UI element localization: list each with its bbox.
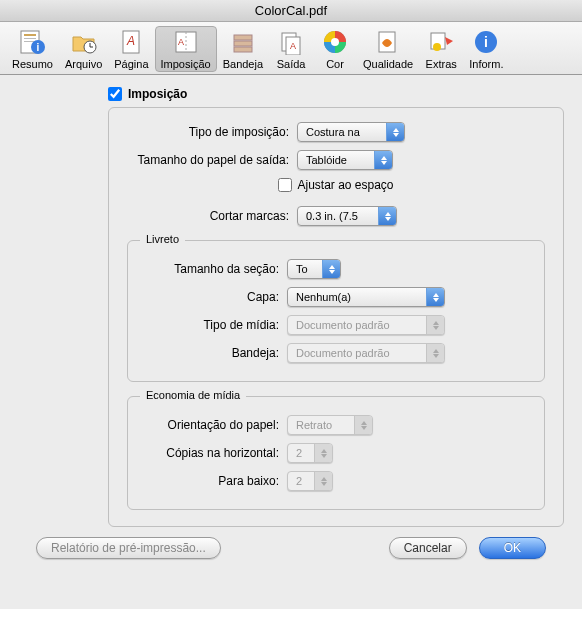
quality-icon xyxy=(372,28,404,56)
content-area: Imposição Tipo de imposição: Costura na … xyxy=(0,75,582,609)
enable-imposition-label: Imposição xyxy=(128,87,187,101)
select-value: Retrato xyxy=(296,419,332,431)
crop-marks-select[interactable]: 0.3 in. (7.5 xyxy=(297,206,397,226)
svg-text:A: A xyxy=(178,37,184,47)
folder-clock-icon xyxy=(68,28,100,56)
tray-select: Documento padrão xyxy=(287,343,445,363)
select-arrows-icon xyxy=(354,416,372,434)
svg-point-21 xyxy=(331,38,339,46)
toolbar-item-inform[interactable]: i Inform. xyxy=(463,26,509,72)
select-arrows-icon xyxy=(386,123,404,141)
select-arrows-icon xyxy=(314,472,332,490)
media-economy-fieldset: Economia de mídia Orientação do papel: R… xyxy=(127,396,545,510)
media-economy-legend: Economia de mídia xyxy=(140,389,246,401)
imposition-type-select[interactable]: Costura na xyxy=(297,122,405,142)
select-value: Documento padrão xyxy=(296,347,390,359)
select-arrows-icon xyxy=(314,444,332,462)
toolbar-label: Resumo xyxy=(12,58,53,70)
svg-rect-2 xyxy=(24,38,36,39)
toolbar-label: Imposição xyxy=(161,58,211,70)
toolbar-label: Qualidade xyxy=(363,58,413,70)
svg-rect-15 xyxy=(234,41,252,46)
svg-text:i: i xyxy=(37,42,40,53)
toolbar-item-arquivo[interactable]: Arquivo xyxy=(59,26,108,72)
copies-vertical-stepper: 2 xyxy=(287,471,333,491)
svg-text:A: A xyxy=(126,34,135,48)
select-value: 2 xyxy=(296,475,302,487)
select-arrows-icon xyxy=(426,316,444,334)
select-arrows-icon xyxy=(322,260,340,278)
svg-point-24 xyxy=(433,43,441,51)
orientation-select: Retrato xyxy=(287,415,373,435)
svg-rect-14 xyxy=(234,35,252,40)
media-type-select: Documento padrão xyxy=(287,315,445,335)
select-value: 0.3 in. (7.5 xyxy=(306,210,358,222)
select-value: Nenhum(a) xyxy=(296,291,351,303)
select-value: Tablóide xyxy=(306,154,347,166)
svg-rect-1 xyxy=(24,34,36,36)
tray-icon xyxy=(227,28,259,56)
page-icon: A xyxy=(115,28,147,56)
toolbar-label: Cor xyxy=(326,58,344,70)
select-arrows-icon xyxy=(378,207,396,225)
select-value: Costura na xyxy=(306,126,360,138)
prepress-report-button[interactable]: Relatório de pré-impressão... xyxy=(36,537,221,559)
booklet-legend: Livreto xyxy=(140,233,185,245)
extras-icon xyxy=(425,28,457,56)
copies-vertical-label: Para baixo: xyxy=(142,474,287,488)
toolbar-item-extras[interactable]: Extras xyxy=(419,26,463,72)
media-type-label: Tipo de mídia: xyxy=(142,318,287,332)
select-arrows-icon xyxy=(374,151,392,169)
toolbar-label: Arquivo xyxy=(65,58,102,70)
toolbar-label: Saída xyxy=(277,58,306,70)
toolbar-item-resumo[interactable]: i Resumo xyxy=(6,26,59,72)
imposition-icon: A xyxy=(170,28,202,56)
select-value: To xyxy=(296,263,308,275)
select-value: 2 xyxy=(296,447,302,459)
toolbar-label: Bandeja xyxy=(223,58,263,70)
toolbar-item-qualidade[interactable]: Qualidade xyxy=(357,26,419,72)
fit-to-space-checkbox[interactable] xyxy=(278,178,292,192)
cover-select[interactable]: Nenhum(a) xyxy=(287,287,445,307)
booklet-fieldset: Livreto Tamanho da seção: To Capa: Nenhu… xyxy=(127,240,545,382)
imposition-type-label: Tipo de imposição: xyxy=(127,125,297,139)
toolbar-label: Extras xyxy=(426,58,457,70)
tray-label: Bandeja: xyxy=(142,346,287,360)
fit-to-space-label: Ajustar ao espaço xyxy=(297,178,393,192)
toolbar-label: Inform. xyxy=(469,58,503,70)
cancel-button[interactable]: Cancelar xyxy=(389,537,467,559)
crop-marks-label: Cortar marcas: xyxy=(127,209,297,223)
select-arrows-icon xyxy=(426,344,444,362)
section-size-select[interactable]: To xyxy=(287,259,341,279)
info-icon: i xyxy=(470,28,502,56)
imposition-group: Tipo de imposição: Costura na Tamanho do… xyxy=(108,107,564,527)
svg-text:i: i xyxy=(484,34,488,50)
info-page-icon: i xyxy=(16,28,48,56)
toolbar-item-saida[interactable]: A Saída xyxy=(269,26,313,72)
cover-label: Capa: xyxy=(142,290,287,304)
toolbar-item-imposicao[interactable]: A Imposição xyxy=(155,26,217,72)
fit-to-space-checkbox-row[interactable]: Ajustar ao espaço xyxy=(278,178,393,192)
window-title: ColorCal.pdf xyxy=(0,0,582,22)
copies-horizontal-label: Cópias na horizontal: xyxy=(142,446,287,460)
svg-text:A: A xyxy=(290,41,296,51)
paper-size-select[interactable]: Tablóide xyxy=(297,150,393,170)
toolbar: i Resumo Arquivo A Página A Imposição Ba… xyxy=(0,22,582,75)
toolbar-item-pagina[interactable]: A Página xyxy=(108,26,154,72)
toolbar-item-bandeja[interactable]: Bandeja xyxy=(217,26,269,72)
color-wheel-icon xyxy=(319,28,351,56)
output-icon: A xyxy=(275,28,307,56)
select-arrows-icon xyxy=(426,288,444,306)
ok-button[interactable]: OK xyxy=(479,537,546,559)
copies-horizontal-stepper: 2 xyxy=(287,443,333,463)
toolbar-item-cor[interactable]: Cor xyxy=(313,26,357,72)
svg-rect-16 xyxy=(234,47,252,52)
orientation-label: Orientação do papel: xyxy=(142,418,287,432)
enable-imposition-checkbox[interactable] xyxy=(108,87,122,101)
section-size-label: Tamanho da seção: xyxy=(142,262,287,276)
toolbar-label: Página xyxy=(114,58,148,70)
paper-size-label: Tamanho do papel de saída: xyxy=(127,153,297,167)
select-value: Documento padrão xyxy=(296,319,390,331)
footer: Relatório de pré-impressão... Cancelar O… xyxy=(18,527,564,559)
